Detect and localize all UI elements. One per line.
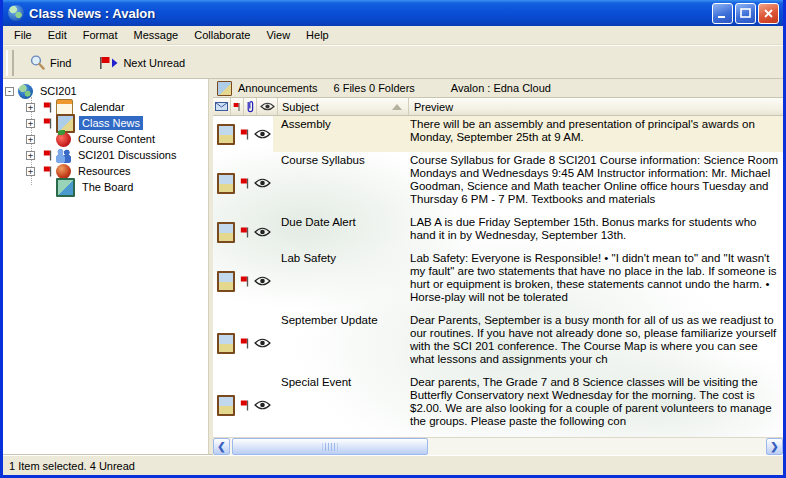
scrollbar-thumb[interactable]: [232, 438, 428, 455]
unread-flag-icon: [240, 275, 250, 288]
message-row[interactable]: Lab Safety Lab Safety: Everyone is Respo…: [213, 250, 783, 312]
conference-icon: [56, 164, 71, 179]
sort-ascending-icon: [392, 104, 402, 110]
menu-item[interactable]: Edit: [40, 27, 75, 43]
message-row[interactable]: Course Syllabus Course Syllabus for Grad…: [213, 152, 783, 214]
eye-icon: [254, 276, 271, 286]
message-preview: Dear Parents, September is a busy month …: [404, 312, 783, 374]
message-preview: There will be an assembly and presentati…: [404, 116, 783, 152]
status-bar: 1 Item selected. 4 Unread: [3, 455, 783, 475]
message-pane: Announcements 6 Files 0 Folders Avalon :…: [213, 79, 783, 455]
status-text: 1 Item selected. 4 Unread: [9, 460, 135, 472]
column-preview[interactable]: Preview: [409, 98, 783, 115]
message-row[interactable]: September Update Dear Parents, September…: [213, 312, 783, 374]
conference-tree: - SCI201 + Calendar +: [3, 79, 209, 455]
column-attachment[interactable]: [244, 98, 257, 115]
bulletin-icon: [217, 124, 235, 145]
conference-icon: [56, 148, 71, 163]
close-button[interactable]: [758, 3, 779, 24]
next-unread-flag-icon: [99, 56, 119, 70]
message-row[interactable]: Special Event Dear parents, The Grade 7 …: [213, 374, 783, 436]
menu-item[interactable]: View: [258, 27, 298, 43]
expand-box-icon[interactable]: +: [26, 119, 35, 128]
message-preview: Course Syllabus for Grade 8 SCI201 Cours…: [404, 152, 783, 214]
tree-item[interactable]: + Class News: [26, 115, 208, 131]
unread-flag-icon: [43, 165, 53, 178]
tree-item-label: SCI201 Discussions: [75, 148, 179, 162]
expand-box-icon[interactable]: +: [26, 135, 35, 144]
message-row[interactable]: Assembly There will be an assembly and p…: [213, 116, 783, 152]
tree-item-root[interactable]: - SCI201: [3, 83, 208, 99]
column-read-status[interactable]: [257, 98, 278, 115]
eye-icon: [254, 227, 271, 237]
globe-app-icon: [8, 5, 24, 21]
tree-item-label: The Board: [79, 180, 136, 194]
expand-box-icon[interactable]: +: [26, 167, 35, 176]
conference-icon: [56, 99, 73, 116]
maximize-button[interactable]: [735, 3, 756, 24]
menu-item[interactable]: Collaborate: [186, 27, 258, 43]
message-subject: Assembly: [273, 116, 404, 152]
bulletin-icon: [217, 333, 235, 354]
tree-item[interactable]: The Board: [26, 179, 208, 195]
unread-flag-icon: [240, 226, 250, 239]
search-icon: [29, 54, 46, 71]
menu-item[interactable]: Help: [298, 27, 337, 43]
column-message-type[interactable]: [213, 98, 231, 115]
column-flag[interactable]: [231, 98, 244, 115]
eye-icon: [254, 178, 271, 188]
horizontal-scrollbar: ❮ ❯: [213, 437, 783, 455]
tree-item[interactable]: + Course Content: [26, 131, 208, 147]
menu-item[interactable]: File: [6, 27, 40, 43]
tree-item-label: Calendar: [77, 100, 128, 114]
bulletin-icon: [217, 222, 235, 243]
collapse-box-icon[interactable]: -: [5, 87, 14, 96]
scrollbar-track[interactable]: [230, 438, 766, 455]
expand-box-icon[interactable]: +: [26, 151, 35, 160]
content-area: - SCI201 + Calendar +: [3, 79, 783, 455]
toolbar-gripper[interactable]: [6, 50, 14, 76]
subject-header-label: Subject: [282, 101, 319, 113]
message-subject: Course Syllabus: [273, 152, 404, 214]
tree-root-label: SCI201: [37, 84, 80, 98]
message-preview: Lab Safety: Everyone is Responsible! • "…: [404, 250, 783, 312]
pane-counts: 6 Files 0 Folders: [334, 82, 415, 94]
message-subject: Lab Safety: [273, 250, 404, 312]
eye-icon: [254, 129, 271, 139]
pane-location: Avalon : Edna Cloud: [451, 82, 551, 94]
next-unread-button[interactable]: Next Unread: [92, 52, 192, 74]
message-preview: Dear parents, The Grade 7 and 8 Science …: [404, 374, 783, 436]
scroll-left-button[interactable]: ❮: [213, 438, 230, 455]
unread-flag-icon: [43, 101, 53, 114]
conference-icon: [56, 132, 71, 147]
tree-item[interactable]: + Resources: [26, 163, 208, 179]
tree-item-label: Resources: [75, 164, 134, 178]
tree-item[interactable]: + SCI201 Discussions: [26, 147, 208, 163]
eye-icon: [254, 338, 271, 348]
tree-item[interactable]: + Calendar: [26, 99, 208, 115]
find-button[interactable]: Find: [22, 50, 78, 75]
expand-box-icon[interactable]: +: [26, 103, 35, 112]
pane-header: Announcements 6 Files 0 Folders Avalon :…: [213, 79, 783, 98]
menu-item[interactable]: Format: [75, 27, 126, 43]
unread-flag-icon: [43, 149, 53, 162]
unread-flag-icon: [43, 117, 53, 130]
column-subject[interactable]: Subject: [278, 98, 409, 115]
tree-item-label: Course Content: [75, 132, 158, 146]
bulletin-icon: [217, 395, 235, 416]
window-title: Class News : Avalon: [29, 6, 712, 21]
menu-bar: File Edit Format Message Collaborate Vie…: [3, 26, 783, 45]
preview-header-label: Preview: [414, 101, 453, 113]
toolbar: Find Next Unread: [3, 45, 783, 79]
bulletin-icon: [217, 173, 235, 194]
next-unread-label: Next Unread: [123, 57, 185, 69]
bulletin-icon: [217, 271, 235, 292]
menu-item[interactable]: Message: [126, 27, 187, 43]
scroll-right-button[interactable]: ❯: [766, 438, 783, 455]
message-row[interactable]: Due Date Alert LAB A is due Friday Septe…: [213, 214, 783, 250]
minimize-button[interactable]: [712, 3, 733, 24]
unread-flag-icon: [240, 177, 250, 190]
app-window: Class News : Avalon File Edit Format Mes…: [0, 0, 786, 478]
title-bar[interactable]: Class News : Avalon: [3, 0, 783, 26]
tree-item-label: Class News: [79, 116, 143, 130]
